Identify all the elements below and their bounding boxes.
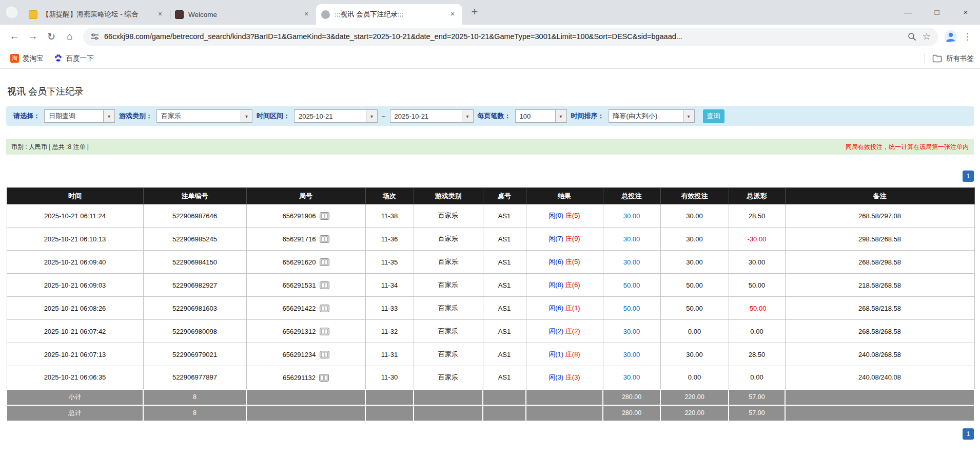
back-button[interactable]: ← — [5, 27, 24, 46]
view-cards-icon[interactable] — [320, 258, 329, 266]
round-cell: 656291234 — [246, 343, 365, 366]
view-cards-icon[interactable] — [320, 305, 329, 312]
note: 268.58/218.58 — [785, 297, 974, 320]
total-bet-link[interactable]: 30.00 — [603, 228, 660, 251]
total-cell: 8 — [143, 405, 246, 421]
session: 11-36 — [365, 228, 414, 251]
view-cards-icon[interactable] — [320, 235, 329, 243]
total-bet-link[interactable]: 30.00 — [603, 320, 660, 343]
valid-bet: 50.00 — [660, 297, 729, 320]
game-type: 百家乐 — [414, 366, 483, 389]
url-bar[interactable]: 66cxkj98.com/game/betrecord_search/kind3… — [83, 28, 938, 46]
url-text[interactable]: 66cxkj98.com/game/betrecord_search/kind3… — [104, 32, 901, 41]
bet-record-row: 2025-10-21 06:11:24522906987646656291906… — [7, 204, 974, 228]
bet-records-table: 时间注单编号局号场次游戏类别桌号结果总投注有效投注总派彩备注 2025-10-2… — [6, 187, 975, 422]
bookmark-baidu[interactable]: 百度一下 — [50, 52, 98, 65]
forward-button[interactable]: → — [24, 27, 42, 46]
close-window-button[interactable]: × — [951, 0, 980, 25]
chevron-down-icon[interactable]: ▾ — [366, 110, 377, 122]
bookmark-taobao[interactable]: 淘 爱淘宝 — [6, 52, 48, 65]
all-bookmarks-button[interactable]: 所有书签 — [946, 54, 974, 63]
table-number: AS1 — [483, 366, 526, 389]
pagination-top: 1 — [6, 171, 974, 182]
bookmark-label: 爱淘宝 — [23, 54, 44, 63]
total-bet-link[interactable]: 50.00 — [603, 297, 660, 320]
view-cards-icon[interactable] — [320, 328, 329, 335]
browser-menu-icon[interactable]: ⋮ — [959, 31, 975, 42]
summary-bar: 币别 : 人民币 | 总共 :8 注单 | 同局有效投注，统一计算在该局第一张注… — [6, 139, 974, 155]
round-cell: 656291906 — [246, 204, 365, 228]
chevron-down-icon[interactable]: ▾ — [462, 110, 473, 122]
date-end-select[interactable]: 2025-10-21 ▾ — [390, 109, 474, 123]
new-tab-button[interactable]: + — [466, 4, 483, 21]
tab-betrecord[interactable]: :::视讯 会员下注纪录::: × — [316, 4, 462, 25]
tab-forum[interactable]: 【新提醒】海燕策略论坛 - 综合 × — [24, 4, 170, 25]
view-cards-icon[interactable] — [320, 351, 329, 358]
total-cell — [785, 405, 974, 421]
tab-welcome[interactable]: Welcome × — [170, 4, 316, 25]
total-bet-link[interactable]: 30.00 — [603, 366, 660, 389]
date-start-select[interactable]: 2025-10-21 ▾ — [294, 109, 378, 123]
view-cards-icon[interactable] — [319, 374, 329, 382]
column-header: 有效投注 — [660, 188, 729, 204]
round-number: 656291312 — [282, 328, 316, 335]
per-page-select[interactable]: 100 ▾ — [515, 109, 567, 123]
bookmark-star-icon[interactable]: ☆ — [923, 31, 931, 42]
total-cell — [414, 405, 483, 421]
site-settings-icon[interactable] — [90, 32, 99, 41]
column-header: 注单编号 — [143, 188, 246, 204]
payout: -30.00 — [729, 228, 785, 251]
page-1-button[interactable]: 1 — [963, 171, 974, 182]
bet-record-row: 2025-10-21 06:07:13522906979021656291234… — [7, 343, 974, 366]
bet-record-row: 2025-10-21 06:09:03522906982927656291531… — [7, 274, 974, 297]
tab-search-button[interactable] — [5, 6, 18, 19]
total-cell: 总计 — [7, 405, 143, 421]
search-button[interactable]: 查询 — [703, 109, 724, 123]
sort-order-select[interactable]: 降幂(由大到小) ▾ — [609, 109, 695, 123]
valid-bet: 0.00 — [660, 366, 729, 389]
tab-title: 【新提醒】海燕策略论坛 - 综合 — [42, 10, 152, 19]
total-bet-link[interactable]: 30.00 — [603, 251, 660, 274]
chevron-down-icon[interactable]: ▾ — [241, 110, 252, 122]
tab-close-icon[interactable]: × — [302, 10, 311, 19]
column-header: 局号 — [246, 188, 365, 204]
session: 11-34 — [365, 274, 414, 297]
valid-bet: 30.00 — [660, 228, 729, 251]
tab-title: Welcome — [188, 11, 299, 18]
profile-avatar-icon[interactable] — [942, 28, 959, 45]
valid-bet: 30.00 — [660, 343, 729, 366]
currency-summary: 币别 : 人民币 | 总共 :8 注单 | — [11, 143, 89, 152]
total-bet-link[interactable]: 50.00 — [603, 274, 660, 297]
tab-close-icon[interactable]: × — [155, 10, 165, 19]
result: 闲(3) 庄(3) — [526, 366, 603, 389]
player-result: 闲(7) — [548, 235, 563, 242]
zoom-icon[interactable] — [908, 32, 916, 41]
minimize-button[interactable]: — — [894, 0, 923, 25]
table-number: AS1 — [483, 274, 526, 297]
player-result: 闲(6) — [548, 304, 563, 312]
total-bet-link[interactable]: 30.00 — [603, 343, 660, 366]
query-type-select[interactable]: 日期查询 ▾ — [44, 109, 115, 123]
page-content: 视讯 会员下注纪录 请选择： 日期查询 ▾ 游戏类别： 百家乐 ▾ 时间区间： … — [0, 85, 980, 440]
refresh-button[interactable]: ↻ — [42, 27, 61, 46]
view-cards-icon[interactable] — [320, 212, 329, 220]
subtotal-cell: 220.00 — [660, 389, 729, 405]
page-title: 视讯 会员下注纪录 — [7, 85, 974, 98]
browser-toolbar: ← → ↻ ⌂ 66cxkj98.com/game/betrecord_sear… — [0, 25, 980, 48]
total-cell: 57.00 — [729, 405, 785, 421]
subtotal-cell: 280.00 — [603, 389, 660, 405]
table-number: AS1 — [483, 343, 526, 366]
total-bet-link[interactable]: 30.00 — [603, 204, 660, 228]
view-cards-icon[interactable] — [320, 281, 329, 289]
bet-time: 2025-10-21 06:10:13 — [7, 228, 143, 251]
result: 闲(1) 庄(8) — [526, 343, 603, 366]
game-type-select[interactable]: 百家乐 ▾ — [156, 109, 252, 123]
home-button[interactable]: ⌂ — [61, 27, 79, 46]
tab-close-icon[interactable]: × — [448, 10, 457, 19]
maximize-button[interactable]: □ — [923, 0, 951, 25]
chevron-down-icon[interactable]: ▾ — [555, 110, 566, 122]
chevron-down-icon[interactable]: ▾ — [103, 110, 114, 122]
chevron-down-icon[interactable]: ▾ — [683, 110, 694, 122]
round-cell: 656291531 — [246, 274, 365, 297]
page-1-button[interactable]: 1 — [963, 428, 974, 440]
